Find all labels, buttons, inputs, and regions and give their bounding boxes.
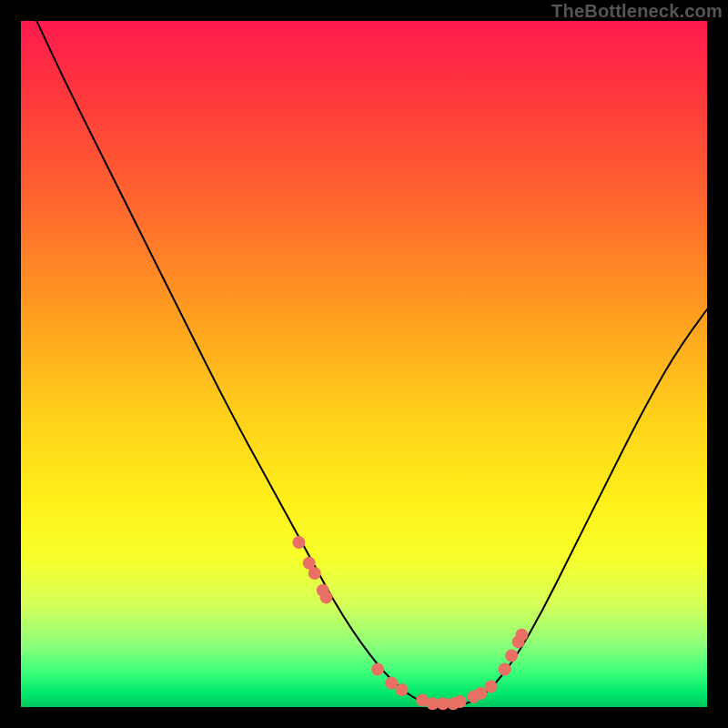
highlight-dot xyxy=(485,680,498,693)
highlight-dots-group xyxy=(292,536,528,710)
chart-frame: TheBottleneck.com xyxy=(0,0,728,728)
highlight-dot xyxy=(308,567,321,580)
highlight-dot xyxy=(320,591,333,603)
plot-area xyxy=(21,21,707,707)
chart-svg xyxy=(21,21,707,707)
highlight-dot xyxy=(371,663,384,676)
highlight-dot xyxy=(454,695,467,708)
highlight-dot xyxy=(396,683,409,696)
highlight-dot xyxy=(292,536,305,549)
bottleneck-curve xyxy=(21,0,707,707)
highlight-dot xyxy=(505,650,518,662)
watermark-text: TheBottleneck.com xyxy=(551,2,723,20)
highlight-dot xyxy=(515,629,528,642)
highlight-dot xyxy=(499,663,511,676)
